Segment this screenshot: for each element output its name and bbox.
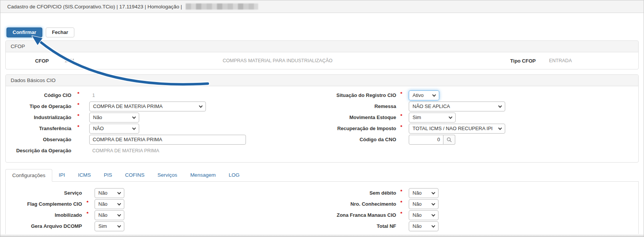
remessa-select[interactable]: NÃO SE APLICA: [409, 102, 505, 111]
total-nf-selected-value: Não: [413, 223, 422, 229]
chevron-down-icon: [432, 93, 436, 97]
required-marker: *: [82, 200, 95, 205]
field-row-nro-conhecimento: Nro. Conhecimento * Não: [319, 198, 438, 210]
required-marker: *: [71, 124, 89, 130]
sem-debito-selected-value: Não: [413, 190, 422, 196]
required-marker: *: [396, 124, 409, 130]
field-row-descricao-operacao: Descrição da Operação COMPRA DE MATERIA …: [6, 145, 246, 156]
zona-franca-select[interactable]: Não: [409, 210, 438, 220]
gera-dcomp-selected-value: Sim: [98, 223, 107, 229]
transferencia-selected-value: NÃO: [93, 126, 104, 131]
observacao-label: Observação: [6, 137, 71, 142]
codigo-cio-value: 1: [89, 93, 95, 98]
field-row-situacao: Situação do Registro CIO * Ativo: [319, 90, 505, 101]
chevron-down-icon: [132, 115, 136, 119]
codigo-cno-input[interactable]: [409, 135, 443, 145]
toolbar: Confirmar Fechar: [6, 27, 644, 37]
industrializacao-selected-value: Não: [93, 114, 102, 120]
tab-strip: Configurações IPI ICMS PIS COFINS Serviç…: [5, 169, 639, 182]
tab-ipi[interactable]: IPI: [52, 169, 72, 181]
config-left-column: Serviço Não Flag Complemento CIO * Não I…: [6, 187, 124, 232]
transferencia-label: Transferência: [6, 126, 71, 131]
field-row-industrializacao: Industrialização * Não: [6, 112, 246, 123]
nro-conhecimento-label: Nro. Conhecimento: [319, 201, 396, 207]
field-row-movimenta-estoque: Movimenta Estoque * Sim: [319, 112, 505, 123]
tab-cofins[interactable]: COFINS: [119, 169, 151, 181]
descricao-operacao-label: Descrição da Operação: [6, 148, 71, 153]
required-marker: *: [71, 113, 89, 119]
configuracoes-tab-content: Serviço Não Flag Complemento CIO * Não I…: [5, 182, 639, 236]
chevron-down-icon: [498, 126, 502, 130]
config-right-column: Sem débito * Não Nro. Conhecimento * Não…: [319, 187, 438, 232]
total-nf-label: Total NF: [319, 223, 396, 229]
close-button[interactable]: Fechar: [46, 27, 74, 37]
cno-search-button[interactable]: [443, 135, 455, 145]
flag-complemento-select[interactable]: Não: [95, 199, 124, 209]
cfop-code-value: 1101: [64, 58, 75, 63]
imobilizado-select[interactable]: Não: [95, 210, 124, 220]
field-row-tipo-operacao: Tipo de Operação * COMPRA DE MATERIA PRI…: [6, 101, 246, 112]
field-row-codigo-cno: Código da CNO: [319, 134, 505, 145]
tab-pis[interactable]: PIS: [97, 169, 119, 181]
required-marker: *: [396, 91, 409, 97]
descricao-operacao-value: COMPRA DE MATERIA PRIMA: [89, 148, 159, 153]
required-marker: *: [71, 91, 89, 97]
required-marker: *: [396, 211, 409, 216]
chevron-down-icon: [117, 190, 121, 194]
required-marker: *: [396, 189, 409, 194]
servico-select[interactable]: Não: [95, 188, 124, 198]
sem-debito-label: Sem débito: [319, 190, 396, 196]
field-row-zona-franca: Zona Franca Manaus CIO * Não: [319, 210, 438, 221]
tipo-operacao-select[interactable]: COMPRA DE MATERIA PRIMA: [89, 102, 206, 111]
movimenta-estoque-label: Movimenta Estoque: [319, 114, 396, 120]
cfop-panel: CFOP CFOP 1101 COMPRAS MATERIAL PARA IND…: [5, 40, 639, 69]
codigo-cio-label: Código CIO: [6, 92, 71, 98]
dados-basicos-body: Código CIO * 1 Tipo de Operação * COMPRA…: [6, 86, 638, 162]
tab-mensagem[interactable]: Mensagem: [184, 169, 222, 181]
tab-servicos[interactable]: Serviços: [151, 169, 184, 181]
dados-basicos-panel: Dados Básicos CIO Código CIO * 1 Tipo de…: [5, 74, 639, 163]
field-row-remessa: Remessa NÃO SE APLICA: [319, 101, 505, 112]
chevron-down-icon: [432, 213, 435, 216]
page-title: Cadastro de CFOP/CIO (SIS.Corporativo.TC…: [7, 4, 182, 10]
movimenta-estoque-select[interactable]: Sim: [409, 113, 456, 123]
industrializacao-select[interactable]: Não: [89, 113, 139, 123]
observacao-input[interactable]: [89, 135, 246, 145]
tab-icms[interactable]: ICMS: [72, 169, 98, 181]
cfop-code-label: CFOP: [6, 58, 49, 64]
search-icon: [446, 137, 452, 142]
tab-log[interactable]: LOG: [222, 169, 246, 181]
chevron-down-icon: [199, 104, 203, 108]
tipo-operacao-label: Tipo de Operação: [6, 103, 71, 109]
required-marker: *: [71, 102, 89, 108]
remessa-selected-value: NÃO SE APLICA: [413, 103, 450, 109]
zona-franca-selected-value: Não: [413, 212, 422, 218]
chevron-down-icon: [117, 224, 121, 227]
industrializacao-label: Industrialização: [6, 114, 71, 120]
imobilizado-selected-value: Não: [98, 212, 108, 218]
nro-conhecimento-select[interactable]: Não: [409, 199, 438, 209]
cfop-panel-body: CFOP 1101 COMPRAS MATERIAL PARA INDUSTRI…: [6, 52, 638, 69]
imobilizado-label: Imobilizado: [6, 212, 82, 218]
chevron-down-icon: [432, 202, 435, 205]
tab-configuracoes[interactable]: Configurações: [5, 169, 52, 182]
flag-complemento-label: Flag Complemento CIO: [6, 201, 82, 207]
cfop-description: COMPRAS MATERIAL PARA INDUSTRIALIZAÇÃO: [223, 58, 332, 63]
confirm-button[interactable]: Confirmar: [6, 27, 42, 37]
situacao-registro-select[interactable]: Ativo: [409, 90, 439, 100]
dados-left-column: Código CIO * 1 Tipo de Operação * COMPRA…: [6, 90, 246, 156]
recuperacao-imposto-select[interactable]: TOTAL ICMS / NAO RECUPERA IPI: [409, 124, 505, 134]
dados-basicos-title: Dados Básicos CIO: [6, 75, 638, 86]
redacted-user-info: [186, 3, 258, 10]
cfop-panel-title: CFOP: [6, 41, 638, 52]
gera-dcomp-select[interactable]: Sim: [95, 221, 124, 231]
recuperacao-imposto-selected-value: TOTAL ICMS / NAO RECUPERA IPI: [413, 126, 493, 131]
chevron-down-icon: [432, 190, 435, 194]
movimenta-estoque-selected-value: Sim: [413, 114, 421, 120]
sem-debito-select[interactable]: Não: [409, 188, 438, 198]
field-row-codigo-cio: Código CIO * 1: [6, 90, 246, 101]
transferencia-select[interactable]: NÃO: [89, 124, 139, 134]
field-row-gera-dcomp: Gera Arquivo DCOMP Sim: [6, 221, 124, 232]
total-nf-select[interactable]: Não: [409, 221, 438, 231]
tipo-cfop-value: ENTRADA: [549, 58, 572, 63]
